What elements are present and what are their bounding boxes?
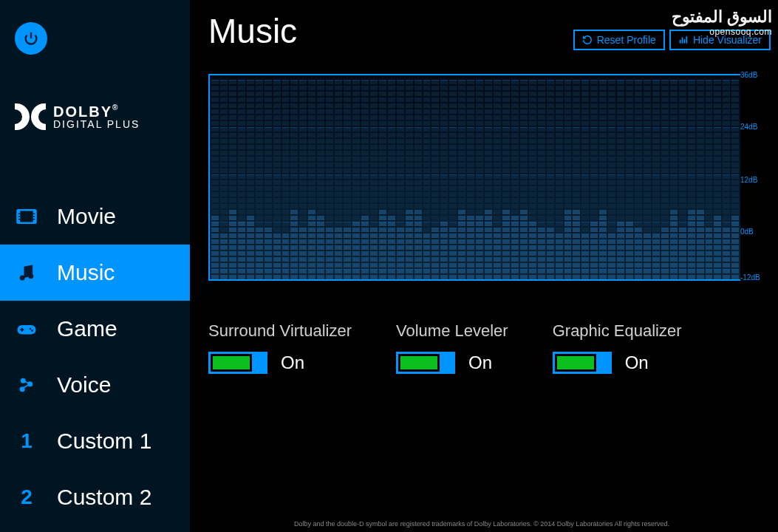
control-state: On	[625, 352, 649, 373]
num1-icon: 1	[15, 429, 38, 453]
control-volume-leveler: Volume Leveler On	[396, 321, 508, 374]
voice-icon	[15, 373, 38, 397]
copyright-footer: Dolby and the double-D symbol are regist…	[208, 520, 755, 528]
volume-leveler-toggle[interactable]	[396, 352, 455, 374]
nav-item-voice[interactable]: Voice	[0, 357, 190, 413]
svg-point-15	[31, 330, 33, 332]
nav-list: Movie Music Game Voice 1 Custom 1 2	[0, 188, 190, 525]
control-label: Graphic Equalizer	[553, 321, 682, 341]
control-state: On	[281, 352, 304, 373]
brand-logo-block: DOLBY® DIGITAL PLUS	[15, 103, 140, 130]
nav-label: Music	[57, 260, 115, 285]
nav-label: Voice	[57, 372, 111, 398]
nav-label: Custom 2	[57, 485, 151, 510]
nav-label: Game	[57, 316, 117, 341]
power-icon	[23, 30, 39, 47]
main-panel: Music Reset Profile Hide Visualizer 36dB…	[190, 0, 778, 532]
svg-rect-20	[682, 38, 683, 44]
music-icon	[15, 261, 38, 284]
svg-rect-22	[686, 36, 687, 43]
dolby-dd-icon	[15, 103, 46, 130]
svg-point-9	[20, 276, 25, 281]
reset-icon	[582, 35, 593, 45]
db-scale: 36dB 24dB 12dB 0dB -12dB	[739, 74, 762, 281]
svg-point-16	[21, 378, 26, 383]
game-icon	[15, 317, 38, 341]
brand-text: DOLBY® DIGITAL PLUS	[53, 104, 140, 129]
surround-virtualizer-toggle[interactable]	[208, 352, 267, 374]
control-surround-virtualizer: Surround Virtualizer On	[208, 321, 352, 374]
nav-label: Custom 1	[57, 429, 151, 454]
svg-point-14	[30, 328, 32, 330]
num2-icon: 2	[15, 485, 38, 509]
opensooq-watermark: السوق المفتوح opensooq.com	[672, 7, 772, 37]
nav-item-custom2[interactable]: 2 Custom 2	[0, 469, 190, 525]
control-state: On	[468, 352, 492, 373]
nav-item-custom1[interactable]: 1 Custom 1	[0, 413, 190, 469]
audio-visualizer	[208, 74, 740, 281]
svg-point-17	[27, 381, 33, 386]
power-button[interactable]	[15, 22, 47, 55]
svg-rect-19	[680, 40, 681, 44]
graphic-equalizer-toggle[interactable]	[553, 352, 612, 374]
svg-point-10	[28, 273, 33, 279]
nav-label: Movie	[57, 204, 116, 229]
reset-profile-button[interactable]: Reset Profile	[573, 30, 665, 50]
page-title: Music	[208, 11, 297, 51]
controls-row: Surround Virtualizer On Volume Leveler O…	[208, 321, 682, 374]
nav-item-music[interactable]: Music	[0, 245, 190, 301]
sidebar: DOLBY® DIGITAL PLUS Movie Music Game	[0, 0, 190, 532]
nav-item-game[interactable]: Game	[0, 301, 190, 357]
visualizer-area: 36dB 24dB 12dB 0dB -12dB	[208, 74, 762, 281]
control-label: Surround Virtualizer	[208, 321, 352, 341]
svg-rect-21	[683, 39, 685, 44]
control-graphic-equalizer: Graphic Equalizer On	[553, 321, 682, 374]
nav-item-movie[interactable]: Movie	[0, 188, 190, 245]
control-label: Volume Leveler	[396, 321, 508, 341]
movie-icon	[15, 205, 38, 228]
